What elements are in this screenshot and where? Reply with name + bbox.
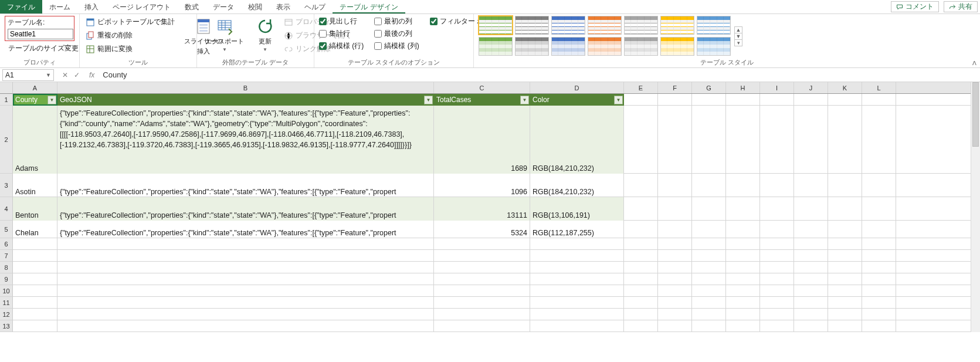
cell[interactable]	[658, 106, 692, 174]
cell[interactable]	[828, 309, 862, 320]
row-header[interactable]: 3	[0, 174, 13, 197]
grid-body[interactable]: County▼GeoJSON▼TotalCases▼Color▼Adams{"t…	[13, 94, 971, 332]
table-style-thumb[interactable]	[588, 37, 622, 56]
cell[interactable]	[862, 273, 896, 285]
cell[interactable]	[658, 297, 692, 309]
cell[interactable]	[794, 197, 828, 221]
cell[interactable]	[57, 309, 434, 320]
cell[interactable]	[530, 273, 624, 285]
cell[interactable]	[530, 320, 624, 332]
refresh-button[interactable]: 更新 ▼	[252, 16, 278, 53]
cell[interactable]	[692, 297, 726, 309]
filter-dropdown-icon[interactable]: ▼	[520, 96, 529, 104]
cell[interactable]	[658, 273, 692, 285]
cell[interactable]	[624, 309, 658, 320]
table-style-thumb[interactable]	[697, 16, 731, 35]
remove-duplicates-button[interactable]: 重複の削除	[84, 29, 176, 42]
cell[interactable]	[692, 174, 726, 197]
cell[interactable]	[530, 285, 624, 297]
cell[interactable]	[13, 250, 57, 262]
cell[interactable]	[794, 262, 828, 273]
cell[interactable]	[726, 250, 760, 262]
cell[interactable]: TotalCases▼	[434, 94, 530, 106]
cell[interactable]	[794, 285, 828, 297]
row-header[interactable]: 8	[0, 262, 13, 273]
cell[interactable]	[57, 262, 434, 273]
cell[interactable]	[760, 320, 794, 332]
cell[interactable]	[13, 273, 57, 285]
cell[interactable]	[658, 250, 692, 262]
cell[interactable]	[57, 320, 434, 332]
cell[interactable]	[692, 309, 726, 320]
cell[interactable]	[760, 174, 794, 197]
cell[interactable]: RGB(184,210,232)	[530, 106, 624, 174]
cell[interactable]	[828, 221, 862, 238]
cell[interactable]	[794, 273, 828, 285]
cell[interactable]	[692, 320, 726, 332]
table-styles-gallery[interactable]	[479, 16, 731, 57]
column-header[interactable]: D	[530, 82, 624, 93]
column-header[interactable]: C	[434, 82, 530, 93]
table-style-thumb[interactable]	[624, 16, 658, 35]
cell[interactable]	[726, 94, 760, 106]
cell[interactable]	[760, 221, 794, 238]
cell[interactable]	[862, 238, 896, 250]
cell[interactable]: Benton	[13, 197, 57, 221]
cell[interactable]	[57, 238, 434, 250]
table-style-thumb[interactable]	[624, 37, 658, 56]
cell[interactable]	[624, 285, 658, 297]
tab-view[interactable]: 表示	[269, 0, 297, 13]
cell[interactable]	[57, 297, 434, 309]
cell[interactable]	[530, 250, 624, 262]
cell[interactable]	[692, 221, 726, 238]
cell[interactable]: RGB(184,210,232)	[530, 174, 624, 197]
table-style-thumb[interactable]	[479, 37, 513, 56]
cell[interactable]	[624, 94, 658, 106]
table-style-thumb[interactable]	[697, 37, 731, 56]
cell[interactable]	[624, 250, 658, 262]
chk-banded-columns[interactable]: 縞模様 (列)	[374, 40, 419, 52]
chk-first-column[interactable]: 最初の列	[374, 16, 419, 27]
cell[interactable]	[624, 197, 658, 221]
cell[interactable]: Color▼	[530, 94, 624, 106]
row-header[interactable]: 6	[0, 238, 13, 250]
cell[interactable]	[794, 320, 828, 332]
cell[interactable]	[658, 238, 692, 250]
cell[interactable]	[13, 238, 57, 250]
row-header[interactable]: 4	[0, 197, 13, 221]
table-style-thumb[interactable]	[515, 16, 549, 35]
cell[interactable]	[726, 174, 760, 197]
cell[interactable]	[760, 106, 794, 174]
cell[interactable]	[726, 309, 760, 320]
tab-table-design[interactable]: テーブル デザイン	[333, 0, 405, 13]
cell[interactable]	[828, 174, 862, 197]
cell[interactable]	[862, 320, 896, 332]
formula-input[interactable]	[98, 70, 980, 79]
cell[interactable]	[57, 285, 434, 297]
cell[interactable]	[726, 197, 760, 221]
cell[interactable]	[862, 106, 896, 174]
cancel-formula-button[interactable]: ✕	[62, 71, 68, 79]
cell[interactable]	[658, 262, 692, 273]
cell[interactable]	[828, 106, 862, 174]
cell[interactable]	[862, 297, 896, 309]
cell[interactable]: {"type":"FeatureCollection","properties"…	[57, 197, 434, 221]
row-header[interactable]: 5	[0, 221, 13, 238]
cell[interactable]	[794, 309, 828, 320]
cell[interactable]	[828, 238, 862, 250]
vertical-scrollbar[interactable]	[971, 82, 980, 332]
cell[interactable]	[658, 197, 692, 221]
cell[interactable]	[434, 297, 530, 309]
cell[interactable]	[862, 262, 896, 273]
cell[interactable]: County▼	[13, 94, 57, 106]
filter-dropdown-icon[interactable]: ▼	[424, 96, 433, 104]
column-header[interactable]: J	[794, 82, 828, 93]
cell[interactable]	[726, 238, 760, 250]
cell[interactable]: RGB(112,187,255)	[530, 221, 624, 238]
select-all-corner[interactable]	[0, 82, 13, 94]
cell[interactable]	[828, 297, 862, 309]
cell[interactable]	[726, 221, 760, 238]
column-header[interactable]: H	[726, 82, 760, 93]
tab-insert[interactable]: 挿入	[77, 0, 106, 13]
cell[interactable]: 5324	[434, 221, 530, 238]
